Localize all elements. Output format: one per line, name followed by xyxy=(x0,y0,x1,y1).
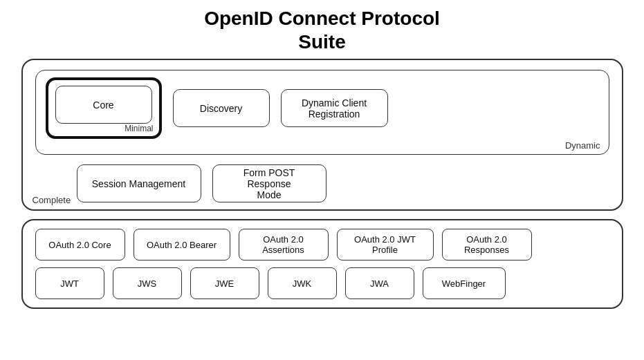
jwe-box: JWE xyxy=(190,267,259,299)
oauth-row-1: OAuth 2.0 Core OAuth 2.0 Bearer OAuth 2.… xyxy=(35,229,609,260)
jwk-box: JWK xyxy=(268,267,337,299)
oauth-jwt-profile-box: OAuth 2.0 JWT Profile xyxy=(337,229,434,260)
webfinger-box: WebFinger xyxy=(423,267,506,299)
oauth-bearer-box: OAuth 2.0 Bearer xyxy=(134,229,230,260)
oauth-core-box: OAuth 2.0 Core xyxy=(35,229,125,260)
dynamic-label: Dynamic xyxy=(565,140,600,151)
minimal-container: Core Minimal xyxy=(46,77,162,139)
complete-container: Core Minimal Discovery Dynamic Client Re… xyxy=(21,59,623,211)
minimal-label: Minimal xyxy=(125,124,153,133)
dcr-box: Dynamic Client Registration xyxy=(281,89,388,127)
core-box: Core xyxy=(55,86,152,124)
jwt-box: JWT xyxy=(35,267,104,299)
jwa-box: JWA xyxy=(345,267,414,299)
oauth-responses-box: OAuth 2.0 Responses xyxy=(442,229,532,260)
jws-box: JWS xyxy=(113,267,182,299)
oauth-container: OAuth 2.0 Core OAuth 2.0 Bearer OAuth 2.… xyxy=(21,219,623,309)
oauth-row-2: JWT JWS JWE JWK JWA WebFinger xyxy=(35,267,609,299)
form-post-box: Form POST Response Mode xyxy=(212,164,326,202)
complete-label: Complete xyxy=(33,195,71,205)
dynamic-container: Core Minimal Discovery Dynamic Client Re… xyxy=(35,70,609,155)
discovery-box: Discovery xyxy=(173,89,270,127)
session-management-box: Session Management xyxy=(77,164,201,202)
oauth-assertions-box: OAuth 2.0 Assertions xyxy=(239,229,329,260)
page-title: OpenID Connect Protocol Suite xyxy=(204,7,440,53)
